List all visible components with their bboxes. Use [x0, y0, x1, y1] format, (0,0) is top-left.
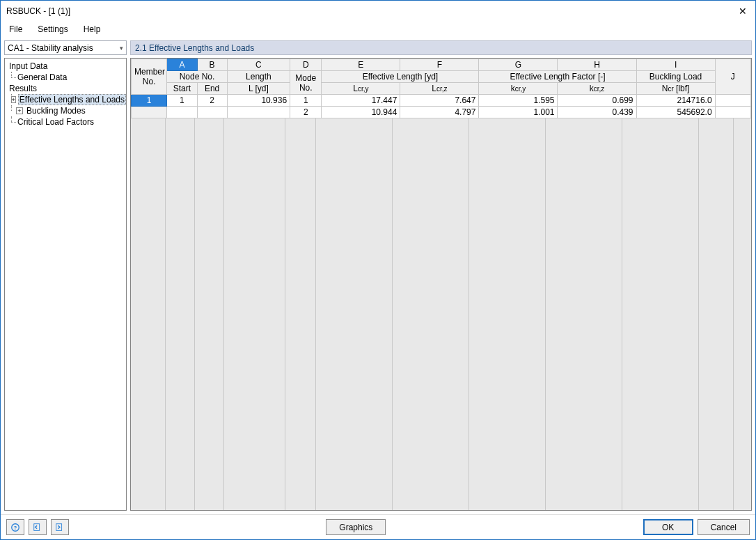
col-end[interactable]: End	[197, 83, 227, 95]
col-eff-len-factor[interactable]: Effective Length Factor [-]	[479, 71, 636, 83]
col-l-yd[interactable]: L [yd]	[227, 83, 290, 95]
menu-help[interactable]: Help	[81, 23, 104, 36]
ok-button[interactable]: OK	[643, 519, 693, 535]
tree-effective-lengths[interactable]: + Effective Lengths and Loads	[8, 94, 126, 105]
col-h[interactable]: H	[558, 59, 636, 71]
case-dropdown-value: CA1 - Stability analysis	[8, 43, 120, 53]
tree-results[interactable]: Results	[8, 83, 126, 94]
navigation-tree: Input Data General Data Results + Effect…	[4, 58, 127, 511]
col-i[interactable]: I	[636, 59, 715, 71]
menu-settings[interactable]: Settings	[35, 23, 70, 36]
col-d[interactable]: D	[290, 59, 322, 71]
window-title: RSBUCK - [1 (1)]	[6, 6, 722, 16]
table-row[interactable]: 2 10.944 4.797 1.001 0.439 545692.0	[132, 107, 751, 118]
col-a[interactable]: A	[167, 59, 197, 71]
tree-critical-load-factors[interactable]: Critical Load Factors	[8, 116, 126, 128]
col-kcrz[interactable]: kcr,z	[558, 83, 636, 95]
tree-input-data[interactable]: Input Data	[8, 61, 126, 72]
col-lcrz[interactable]: Lcr,z	[400, 83, 479, 95]
results-grid[interactable]: MemberNo. A B C D E F G H I J Node No.	[130, 58, 752, 511]
col-j[interactable]: J	[715, 59, 750, 95]
plus-icon[interactable]: +	[11, 96, 16, 103]
col-start[interactable]: Start	[167, 83, 197, 95]
col-g[interactable]: G	[479, 59, 558, 71]
col-e[interactable]: E	[322, 59, 400, 71]
menu-bar: File Settings Help	[1, 22, 755, 37]
col-kcry[interactable]: kcr,y	[479, 83, 558, 95]
help-button[interactable]: ?	[6, 519, 24, 535]
menu-file[interactable]: File	[6, 23, 25, 36]
case-dropdown[interactable]: CA1 - Stability analysis ▾	[4, 40, 127, 55]
next-button[interactable]	[51, 519, 69, 535]
col-buckling-load[interactable]: Buckling Load	[636, 71, 715, 83]
plus-icon[interactable]: +	[16, 107, 23, 114]
chevron-down-icon: ▾	[120, 45, 123, 52]
panel-title: 2.1 Effective Lengths and Loads	[130, 40, 752, 55]
prev-button[interactable]	[29, 519, 47, 535]
col-lcry[interactable]: Lcr,y	[322, 83, 400, 95]
col-c[interactable]: C	[227, 59, 290, 71]
col-mode-no[interactable]: ModeNo.	[290, 71, 322, 95]
col-ncr[interactable]: Ncr [lbf]	[636, 83, 715, 95]
close-icon[interactable]: ✕	[722, 6, 750, 17]
col-node-no[interactable]: Node No.	[167, 71, 227, 83]
svg-rect-3	[56, 523, 62, 530]
col-eff-len[interactable]: Effective Length [yd]	[322, 71, 479, 83]
col-member-no[interactable]: MemberNo.	[132, 59, 167, 95]
cancel-button[interactable]: Cancel	[698, 519, 750, 535]
tree-buckling-modes[interactable]: + Buckling Modes	[8, 105, 126, 116]
tree-general-data[interactable]: General Data	[8, 72, 126, 83]
col-length[interactable]: Length	[227, 71, 290, 83]
svg-text:?: ?	[14, 524, 17, 530]
col-f[interactable]: F	[400, 59, 479, 71]
graphics-button[interactable]: Graphics	[326, 519, 386, 535]
col-b[interactable]: B	[197, 59, 227, 71]
table-row[interactable]: 1 1 2 10.936 1 17.447 7.647 1.595 0.699 …	[132, 95, 751, 107]
